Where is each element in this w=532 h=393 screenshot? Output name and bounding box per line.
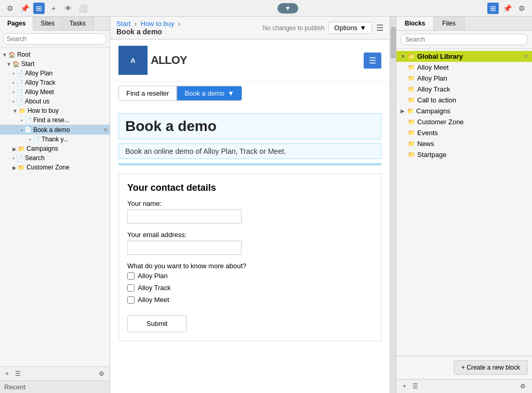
block-item-customer-zone[interactable]: 📁 Customer Zone <box>396 116 532 127</box>
tree-item-thank-you[interactable]: ▪ 📄 Thank y... <box>0 135 110 144</box>
right-pages-icon[interactable]: ⊞ <box>487 3 499 14</box>
book-demo-dots-icon[interactable]: ≡ <box>103 126 108 134</box>
breadcrumb-how-to-buy[interactable]: How to buy <box>141 20 175 28</box>
nav-book-demo[interactable]: Book a demo ▼ <box>177 86 242 101</box>
campaigns-block-label: Campaigns <box>416 107 450 115</box>
tree-label-campaigns: Campaigns <box>26 145 58 152</box>
block-item-call-to-action[interactable]: 📁 Call to action <box>396 95 532 106</box>
tree-item-find-reseller[interactable]: ▪ 📄 Find a rese... <box>0 115 110 125</box>
list-view-btn[interactable]: ☰ <box>376 23 383 33</box>
email-input[interactable] <box>127 241 242 255</box>
alloy-plan-block-icon: 📁 <box>408 75 415 82</box>
startpage-block-icon: 📁 <box>408 151 415 158</box>
tree-item-root[interactable]: ▼ 🏠 Root <box>0 50 110 59</box>
tab-files[interactable]: Files <box>434 17 464 30</box>
alloy-plan-icon: ▪ <box>12 70 15 76</box>
thank-you-icon: ▪ <box>29 136 31 142</box>
check-alloy-track[interactable] <box>127 284 135 292</box>
tree-label-about-us: About us <box>25 98 49 105</box>
tree-label-find-reseller: Find a rese... <box>33 116 70 124</box>
root-folder-icon: 🏠 <box>8 51 16 58</box>
tab-blocks[interactable]: Blocks <box>396 17 434 30</box>
tab-pages[interactable]: Pages <box>0 17 33 31</box>
block-item-news[interactable]: 📁 News <box>396 138 532 149</box>
add-icon[interactable]: + <box>48 3 59 14</box>
nav-reseller[interactable]: Find a reseller <box>118 86 177 101</box>
tree-item-book-a-demo[interactable]: ▪ 📄 Book a demo ≡ <box>0 125 110 135</box>
logo-letter: A <box>130 57 135 64</box>
tree-item-how-to-buy[interactable]: ▼ 📁 How to buy <box>0 106 110 115</box>
tree-item-search[interactable]: ▪ 📄 Search <box>0 153 110 163</box>
block-item-alloy-meet[interactable]: 📁 Alloy Meet <box>396 62 532 73</box>
check-alloy-plan-label: Alloy Plan <box>138 272 168 280</box>
block-item-global-lib[interactable]: ▼ 📁 Global Library ≡ <box>396 51 532 62</box>
left-search-input[interactable] <box>3 33 107 45</box>
right-search-input[interactable] <box>401 34 528 45</box>
block-item-startpage[interactable]: 📁 Startpage <box>396 149 532 160</box>
nav-pills: Find a reseller Book a demo ▼ <box>110 82 390 105</box>
global-lib-dots-icon[interactable]: ≡ <box>524 53 528 60</box>
call-to-action-label: Call to action <box>417 96 456 104</box>
start-expand-icon: ▼ <box>6 61 11 67</box>
breadcrumb-start[interactable]: Start <box>116 20 130 28</box>
block-item-alloy-track[interactable]: 📁 Alloy Track <box>396 84 532 95</box>
right-add-btn[interactable]: + <box>401 382 408 391</box>
submit-btn[interactable]: Submit <box>127 315 187 332</box>
breadcrumb: Start › How to buy › <box>116 20 182 28</box>
tree-label-start: Start <box>21 60 34 68</box>
contact-title: Your contact details <box>127 182 373 193</box>
tree-label-root: Root <box>17 51 30 58</box>
block-item-campaigns[interactable]: ▶ 📁 Campaigns <box>396 106 532 116</box>
tree-item-start[interactable]: ▼ 🏠 Start <box>0 59 110 69</box>
left-panel-tabs: Pages Sites Tasks <box>0 17 110 31</box>
blocks-tree: ▼ 📁 Global Library ≡ 📁 Alloy Meet 📁 Allo… <box>396 49 532 356</box>
tree-item-about-us[interactable]: ▪ 📄 About us <box>0 97 110 106</box>
tree-label-thank-you: Thank y... <box>42 136 69 143</box>
eye-icon[interactable]: 👁 <box>62 3 74 14</box>
block-item-alloy-plan[interactable]: 📁 Alloy Plan <box>396 73 532 84</box>
check-alloy-plan[interactable] <box>127 272 135 280</box>
tree-item-customer-zone[interactable]: ▶ 📁 Customer Zone <box>0 163 110 172</box>
right-panel-tabs: Blocks Files <box>396 17 532 31</box>
startpage-block-label: Startpage <box>417 151 446 159</box>
create-block-btn[interactable]: + Create a new block <box>454 360 528 375</box>
check-alloy-meet[interactable] <box>127 296 135 304</box>
expand-btn[interactable]: ▼ <box>277 3 298 14</box>
tree-item-alloy-plan[interactable]: ▪ 📄 Alloy Plan <box>0 69 110 78</box>
call-to-action-icon: 📁 <box>408 97 415 103</box>
options-arrow: ▼ <box>360 24 366 32</box>
settings-icon[interactable]: ⚙ <box>4 3 16 14</box>
center-scrollbar[interactable] <box>390 17 396 393</box>
left-settings-btn[interactable]: ⚙ <box>97 369 107 378</box>
about-us-icon: ▪ <box>12 98 15 104</box>
tree-item-alloy-track[interactable]: ▪ 📄 Alloy Track <box>0 78 110 87</box>
nav-demo-arrow: ▼ <box>228 89 234 97</box>
toolbar-left: ⚙ 📌 ⊞ + 👁 ⬜ <box>4 3 88 14</box>
right-pin-icon[interactable]: 📌 <box>502 3 513 14</box>
recent-bar: Recent <box>0 381 110 393</box>
right-panel-bottom: + ☰ ⚙ <box>396 379 532 393</box>
menu-btn[interactable]: ☰ <box>13 369 23 378</box>
alloy-logo: A AllOY <box>118 46 187 75</box>
block-item-events[interactable]: 📁 Events <box>396 127 532 138</box>
tree-label-alloy-track: Alloy Track <box>25 79 56 86</box>
pin-icon[interactable]: 📌 <box>19 3 30 14</box>
right-bottom-actions: + ☰ <box>401 382 420 391</box>
right-settings-icon[interactable]: ⚙ <box>516 3 528 14</box>
nav-demo-label: Book a demo <box>184 89 224 97</box>
tab-sites[interactable]: Sites <box>33 17 62 30</box>
breadcrumb-sep1: › <box>135 20 137 28</box>
options-btn[interactable]: Options ▼ <box>328 22 372 34</box>
right-menu-btn[interactable]: ☰ <box>410 382 420 391</box>
how-to-buy-expand-icon: ▼ <box>12 108 18 114</box>
monitor-icon[interactable]: ⬜ <box>77 3 88 14</box>
name-input[interactable] <box>127 209 242 224</box>
add-page-btn[interactable]: + <box>3 369 11 378</box>
scrollbar-thumb[interactable] <box>391 27 396 58</box>
tab-tasks[interactable]: Tasks <box>62 17 94 30</box>
tree-item-campaigns[interactable]: ▶ 📁 Campaigns <box>0 144 110 153</box>
hamburger-btn[interactable]: ☰ <box>364 53 381 69</box>
right-settings-btn[interactable]: ⚙ <box>518 382 528 391</box>
tree-item-alloy-meet[interactable]: ▪ 📄 Alloy Meet <box>0 87 110 97</box>
pages-icon[interactable]: ⊞ <box>33 3 45 14</box>
